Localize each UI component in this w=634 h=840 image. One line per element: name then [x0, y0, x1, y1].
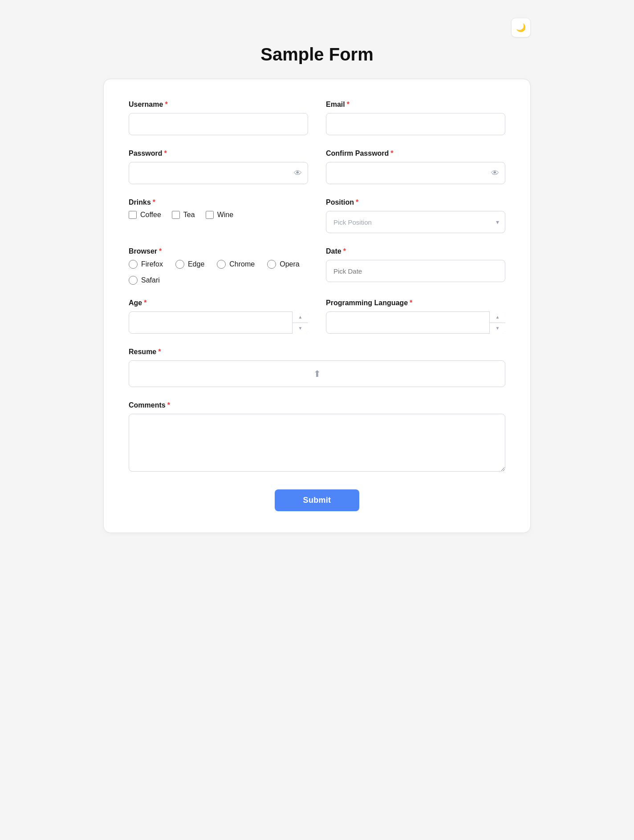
drinks-label: Drinks* — [129, 198, 308, 206]
age-number-wrapper: ▲ ▼ — [129, 311, 308, 334]
submit-row: Submit — [129, 489, 505, 511]
browser-label: Browser* — [129, 247, 308, 255]
drinks-coffee-item[interactable]: Coffee — [129, 211, 161, 219]
programming-language-group: Programming Language* ▲ ▼ — [326, 299, 505, 334]
prog-lang-up-button[interactable]: ▲ — [490, 311, 505, 323]
browser-chrome-item[interactable]: Chrome — [217, 260, 255, 269]
comments-required: * — [167, 401, 170, 409]
email-label: Email* — [326, 101, 505, 109]
drinks-checkbox-group: Coffee Tea Wine — [129, 211, 308, 219]
password-group: Password* 👁 — [129, 149, 308, 184]
browser-radio-group: Firefox Edge Chrome Opera — [129, 260, 308, 285]
drinks-wine-checkbox[interactable] — [206, 211, 214, 219]
position-required: * — [356, 198, 358, 206]
drinks-tea-item[interactable]: Tea — [172, 211, 195, 219]
upload-icon: ⬆ — [313, 368, 321, 379]
email-input[interactable] — [326, 113, 505, 135]
password-label: Password* — [129, 149, 308, 158]
drinks-wine-label: Wine — [217, 211, 233, 219]
browser-opera-item[interactable]: Opera — [267, 260, 299, 269]
confirm-password-label: Confirm Password* — [326, 149, 505, 158]
browser-firefox-item[interactable]: Firefox — [129, 260, 163, 269]
browser-chrome-label: Chrome — [229, 260, 255, 268]
age-decrement-button[interactable]: ▼ — [293, 323, 308, 334]
drinks-group: Drinks* Coffee Tea Wine — [129, 198, 308, 233]
comments-label: Comments* — [129, 401, 505, 409]
form-card: Username* Email* Password* 👁 — [103, 79, 531, 533]
position-select-wrapper: Pick Position Frontend Developer Backend… — [326, 211, 505, 233]
programming-language-required: * — [410, 299, 412, 307]
age-label: Age* — [129, 299, 308, 307]
username-required: * — [165, 101, 167, 108]
drinks-tea-checkbox[interactable] — [172, 211, 180, 219]
submit-button[interactable]: Submit — [275, 489, 360, 511]
password-required: * — [164, 149, 167, 157]
date-label: Date* — [326, 247, 505, 255]
drinks-required: * — [153, 198, 155, 206]
browser-chrome-radio[interactable] — [217, 260, 226, 269]
browser-safari-label: Safari — [141, 276, 160, 284]
prog-lang-down-button[interactable]: ▼ — [490, 323, 505, 334]
browser-opera-radio[interactable] — [267, 260, 276, 269]
password-input[interactable] — [129, 162, 308, 184]
programming-language-label: Programming Language* — [326, 299, 505, 307]
comments-group: Comments* — [129, 401, 505, 472]
username-group: Username* — [129, 101, 308, 135]
browser-group: Browser* Firefox Edge Chrome — [129, 247, 308, 285]
confirm-password-required: * — [390, 149, 393, 157]
browser-safari-radio[interactable] — [129, 276, 138, 285]
position-group: Position* Pick Position Frontend Develop… — [326, 198, 505, 233]
browser-required: * — [159, 247, 162, 255]
username-input[interactable] — [129, 113, 308, 135]
programming-language-wrapper: ▲ ▼ — [326, 311, 505, 334]
date-input[interactable] — [326, 260, 505, 282]
page-title: Sample Form — [260, 44, 373, 65]
position-label: Position* — [326, 198, 505, 206]
resume-upload-area[interactable]: ⬆ — [129, 360, 505, 387]
browser-firefox-label: Firefox — [141, 260, 163, 268]
resume-required: * — [158, 348, 161, 355]
age-required: * — [144, 299, 146, 307]
drinks-coffee-checkbox[interactable] — [129, 211, 137, 219]
drinks-wine-item[interactable]: Wine — [206, 211, 233, 219]
top-bar: 🌙 — [103, 18, 531, 37]
moon-icon: 🌙 — [516, 23, 526, 32]
position-select[interactable]: Pick Position Frontend Developer Backend… — [326, 211, 505, 233]
sample-form: Username* Email* Password* 👁 — [129, 101, 505, 511]
date-group: Date* — [326, 247, 505, 285]
browser-edge-label: Edge — [188, 260, 204, 268]
age-input[interactable] — [129, 311, 308, 334]
username-label: Username* — [129, 101, 308, 109]
comments-textarea[interactable] — [129, 414, 505, 472]
browser-edge-item[interactable]: Edge — [175, 260, 204, 269]
email-group: Email* — [326, 101, 505, 135]
theme-toggle-button[interactable]: 🌙 — [511, 18, 531, 37]
email-required: * — [347, 101, 350, 108]
drinks-tea-label: Tea — [183, 211, 195, 219]
age-increment-button[interactable]: ▲ — [293, 311, 308, 323]
form-grid: Username* Email* Password* 👁 — [129, 101, 505, 511]
browser-safari-item[interactable]: Safari — [129, 276, 160, 285]
browser-opera-label: Opera — [280, 260, 299, 268]
password-wrapper: 👁 — [129, 162, 308, 184]
age-group: Age* ▲ ▼ — [129, 299, 308, 334]
programming-language-arrows: ▲ ▼ — [489, 311, 505, 334]
programming-language-input[interactable] — [326, 311, 505, 334]
browser-firefox-radio[interactable] — [129, 260, 138, 269]
resume-group: Resume* ⬆ — [129, 348, 505, 387]
password-eye-icon[interactable]: 👁 — [294, 169, 302, 178]
browser-edge-radio[interactable] — [175, 260, 184, 269]
drinks-coffee-label: Coffee — [140, 211, 161, 219]
confirm-password-group: Confirm Password* 👁 — [326, 149, 505, 184]
age-arrows: ▲ ▼ — [292, 311, 308, 334]
confirm-password-input[interactable] — [326, 162, 505, 184]
resume-label: Resume* — [129, 348, 505, 356]
confirm-password-wrapper: 👁 — [326, 162, 505, 184]
confirm-password-eye-icon[interactable]: 👁 — [491, 169, 499, 178]
date-required: * — [343, 247, 346, 255]
